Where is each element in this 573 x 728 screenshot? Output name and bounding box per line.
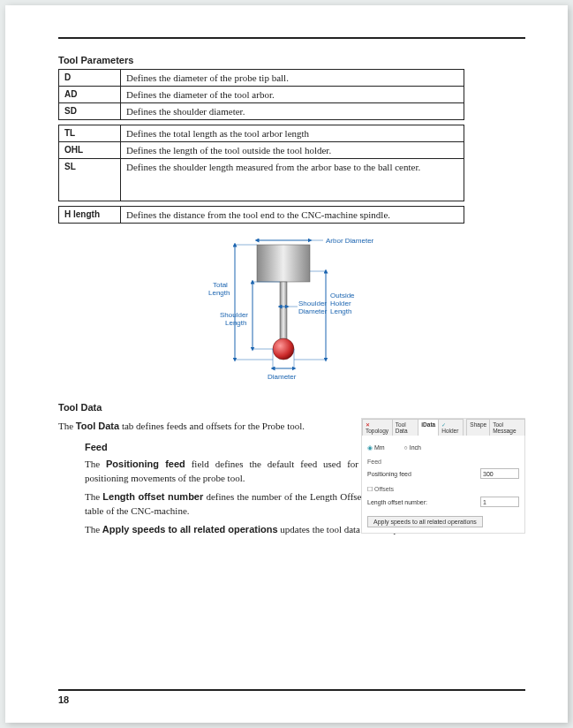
apply-speeds-button[interactable]: Apply speeds to all related operations (367, 516, 483, 527)
tab-shape[interactable]: Shape (466, 419, 490, 436)
label-ohl: OutsideHolderLength (330, 292, 355, 315)
feed-group-label: Feed (367, 459, 519, 465)
label-total-length: TotalLength (208, 281, 230, 297)
tab-tool-message[interactable]: Tool Message (489, 419, 525, 436)
feed-heading: Feed (85, 442, 358, 452)
svg-point-2 (273, 338, 294, 360)
table-row: TLDefines the total length as the tool a… (59, 125, 464, 142)
tool-data-panel: Topology Tool Data iData Holder Shape To… (361, 418, 525, 534)
tool-data-heading: Tool Data (58, 402, 525, 413)
table-row: ADDefines the diameter of the tool arbor… (59, 87, 464, 103)
svg-rect-1 (280, 282, 287, 342)
top-rule (58, 37, 525, 39)
tab-idata[interactable]: iData (418, 419, 439, 436)
positioning-feed-label: Positioning feed (367, 471, 480, 477)
tab-holder[interactable]: Holder (438, 419, 464, 436)
label-shoulder-diameter: ShoulderDiameter (298, 300, 328, 315)
positioning-feed-input[interactable]: 300 (480, 468, 519, 479)
page-footer: 18 (58, 689, 525, 705)
document-page: Tool Parameters DDefines the diameter of… (5, 5, 568, 723)
radio-mm[interactable]: Mm (367, 444, 385, 451)
table-row: OHLDefines the length of the tool outsid… (59, 142, 464, 159)
tool-params-heading: Tool Parameters (58, 55, 525, 65)
tool-data-section: The Tool Data tab defines feeds and offs… (58, 420, 525, 536)
panel-tabs: Topology Tool Data iData Holder Shape To… (362, 419, 524, 436)
tool-data-intro: The Tool Data tab defines feeds and offs… (58, 420, 358, 433)
tab-topology[interactable]: Topology (362, 419, 393, 436)
table-row: SDDefines the shoulder diameter. (59, 103, 464, 120)
page-number: 18 (58, 694, 525, 705)
label-arbor-diameter: Arbor Diameter (326, 237, 374, 245)
offsets-group-label[interactable]: Offsets (367, 486, 519, 493)
label-diameter: Diameter (268, 373, 297, 381)
tab-tool-data[interactable]: Tool Data (392, 419, 419, 436)
label-shoulder-length: ShoulderLength (220, 311, 248, 327)
table-row: SLDefines the shoulder length measured f… (59, 159, 464, 201)
svg-rect-0 (257, 245, 310, 282)
table-row: DDefines the diameter of the probe tip b… (59, 70, 464, 87)
length-offset-input[interactable]: 1 (480, 497, 519, 507)
radio-inch[interactable]: Inch (404, 444, 421, 451)
tool-params-table: DDefines the diameter of the probe tip b… (58, 69, 464, 224)
table-row: H lengthDefines the distance from the to… (59, 207, 464, 224)
tool-diagram: Arbor Diameter TotalLength ShoulderLengt… (186, 236, 398, 386)
feed-text: The Positioning feed field defines the d… (85, 458, 358, 485)
length-offset-label: Length offset number: (367, 499, 480, 505)
